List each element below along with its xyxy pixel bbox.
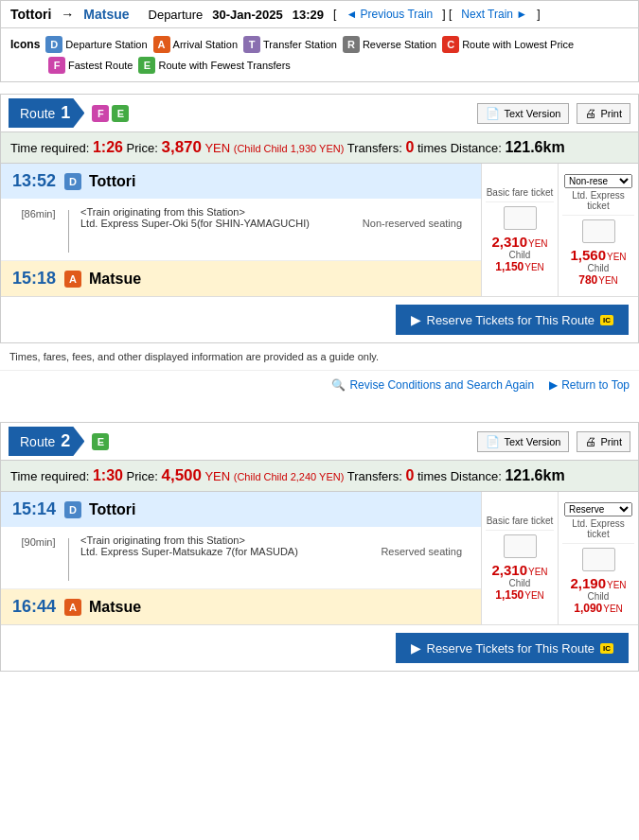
route-1-train-name: Ltd. Express Super-Oki 5(for SHIN-YAMAGU… <box>80 218 359 229</box>
route-1-info: Time required: 1:26 Price: 3,870 YEN (Ch… <box>1 131 638 164</box>
route-2-label: Route <box>20 434 55 449</box>
route-2-reserve-bar: ▶ Reserve Tickets for This Route IC <box>1 624 638 671</box>
route-1-basic-child-amount: 1,150 <box>495 260 524 273</box>
departure-date: 30-Jan-2025 <box>212 8 282 22</box>
icon-arrival: A Arrival Station <box>153 36 238 53</box>
route-1-train-details: <Train originating from this Station> Lt… <box>73 206 359 229</box>
from-city: Tottori <box>10 7 51 22</box>
route-2-title-bar: Route 2 <box>9 427 84 456</box>
route-2-text-version-btn[interactable]: 📄 Text Version <box>477 431 569 452</box>
route-1-basic-child-label: Child <box>509 250 531 260</box>
route-2-express-yen: YEN <box>607 580 627 590</box>
icons-bar: Icons D Departure Station A Arrival Stat… <box>0 28 639 82</box>
route-1-dep-station: Tottori <box>89 173 135 190</box>
departure-label: Departure <box>149 8 204 22</box>
route-1-text-version-btn[interactable]: 📄 Text Version <box>477 103 569 124</box>
route-1-basic-fare-label: Basic fare ticket <box>486 187 554 202</box>
distance-label-2: Distance: <box>451 469 502 483</box>
route-1-express-label: Ltd. Express ticket <box>562 190 634 216</box>
route-2-dep-time: 15:14 <box>12 499 64 519</box>
search-icon: 🔍 <box>331 378 346 392</box>
route-1-detail: 13:52 D Tottori [86min] <Train originati… <box>1 164 638 296</box>
route-1-dep-time: 13:52 <box>12 171 64 191</box>
revise-search-link[interactable]: 🔍 Revise Conditions and Search Again <box>331 378 534 392</box>
route-1-seating: Non-reserved seating <box>363 206 470 229</box>
badge-D: D <box>45 36 62 53</box>
route-1-time: 1:26 <box>93 139 123 155</box>
route-1-express-select[interactable]: Non-rese Reserved <box>564 174 632 188</box>
return-top-link[interactable]: ▶ Return to Top <box>549 378 630 392</box>
footer-note: Times, fares, fees, and other displayed … <box>0 343 639 370</box>
route-2-detail: 15:14 D Tottori [90min] <Train originati… <box>1 492 638 624</box>
route-1-print-btn[interactable]: 🖨 Print <box>577 103 630 124</box>
route-1-header: Route 1 F E 📄 Text Version 🖨 Print <box>1 95 638 131</box>
transfers-label-2: Transfers: <box>347 469 402 483</box>
route-2-reserve-btn[interactable]: ▶ Reserve Tickets for This Route IC <box>396 633 630 663</box>
route-1-express-fare: Non-rese Reserved Ltd. Express ticket 1,… <box>558 164 638 296</box>
route-2-basic-amount: 2,310 <box>491 562 527 578</box>
price-label: Price: <box>127 141 158 155</box>
route-1-express-child-yen: YEN <box>598 275 618 286</box>
ic-card-icon-1: IC <box>600 315 613 325</box>
route-1-basic-fare: Basic fare ticket 2,310 YEN Child 1,150 … <box>482 164 558 296</box>
route-2-express-amount-row: 2,190 YEN <box>570 575 626 591</box>
time-required-label: Time required: <box>10 141 89 155</box>
prev-train-link[interactable]: ◄ Previous Train <box>346 8 433 21</box>
route-1-child-price: (Child Child 1,930 YEN) <box>234 143 345 154</box>
page-header: Tottori → Matsue Departure 30-Jan-2025 1… <box>0 0 639 28</box>
route-1-section: Route 1 F E 📄 Text Version 🖨 Print Time … <box>0 94 639 343</box>
route-2-section: Route 2 E 📄 Text Version 🖨 Print Time re… <box>0 422 639 672</box>
icon-lowest-price: C Route with Lowest Price <box>442 36 574 53</box>
route-2-express-fare: Reserve Non-rese Ltd. Express ticket 2,1… <box>558 492 638 624</box>
route-1-reserve-bar: ▶ Reserve Tickets for This Route IC <box>1 296 638 342</box>
route-2-train-details: <Train originating from this Station> Lt… <box>73 534 377 557</box>
route-2-express-select[interactable]: Reserve Non-rese <box>564 502 632 516</box>
route-1-express-amount: 1,560 <box>570 247 606 263</box>
route-1-line-bar <box>68 210 69 253</box>
route-2-print-btn[interactable]: 🖨 Print <box>577 431 630 452</box>
ic-card-icon-2: IC <box>600 643 613 654</box>
route-2-badges: E <box>92 433 109 450</box>
route-2-actions: 📄 Text Version 🖨 Print <box>477 431 630 452</box>
route-2-info: Time required: 1:30 Price: 4,500 YEN (Ch… <box>1 460 638 492</box>
route-1-arr-time: 15:18 <box>12 269 64 289</box>
route-2-transfers: 0 <box>405 467 414 483</box>
route-1-departure-row: 13:52 D Tottori <box>1 164 481 199</box>
route-1-basic-child-row: 1,150 YEN <box>495 260 544 273</box>
route-2-arrival-row: 16:44 A Matsue <box>1 588 481 624</box>
route-1-fares: Basic fare ticket 2,310 YEN Child 1,150 … <box>481 164 638 296</box>
route-1-badge-F: F <box>92 105 109 122</box>
route-2-basic-child-amount: 1,150 <box>495 588 524 602</box>
route-1-badges: F E <box>92 105 129 122</box>
route-1-arr-station: Matsue <box>89 271 141 288</box>
route-2-train-name: Ltd. Express Super-Matsukaze 7(for MASUD… <box>80 546 377 557</box>
icon-fewest-transfers: E Route with Fewest Transfers <box>138 57 290 74</box>
route-2-line-indicator <box>68 538 69 581</box>
route-1-arr-badge: A <box>64 271 81 288</box>
route-1-ticket-icon <box>504 206 537 230</box>
badge-A: A <box>153 36 170 53</box>
route-2-basic-child-label: Child <box>509 578 531 588</box>
route-2-train-info: [90min] <Train originating from this Sta… <box>1 527 481 588</box>
route-2-child-price: (Child Child 2,240 YEN) <box>234 471 345 482</box>
price-label-2: Price: <box>127 469 158 483</box>
route-2-basic-fare: Basic fare ticket 2,310 YEN Child 1,150 … <box>482 492 558 624</box>
reserve-icon-1: ▶ <box>411 312 421 327</box>
route-2-num: 2 <box>61 431 70 451</box>
print-icon-2: 🖨 <box>585 435 596 448</box>
route-1-title-bar: Route 1 <box>9 98 84 128</box>
badge-F: F <box>48 57 65 74</box>
route-2-seating: Reserved seating <box>381 534 470 557</box>
route-1-reserve-btn[interactable]: ▶ Reserve Tickets for This Route IC <box>396 305 630 335</box>
route-2-header: Route 2 E 📄 Text Version 🖨 Print <box>1 423 638 460</box>
next-train-link[interactable]: Next Train ► <box>461 8 527 21</box>
route-2-fares: Basic fare ticket 2,310 YEN Child 1,150 … <box>481 492 638 624</box>
reserve-icon-2: ▶ <box>411 640 421 656</box>
route-2-arr-station: Matsue <box>89 599 141 616</box>
route-2-train-origin: <Train originating from this Station> <box>80 534 377 546</box>
route-2-stops: 15:14 D Tottori [90min] <Train originati… <box>1 492 481 624</box>
route-1-label: Route <box>20 106 55 121</box>
route-2-line-bar <box>68 538 69 581</box>
route-1-badge-E: E <box>112 105 129 122</box>
route-1-line-indicator <box>68 210 69 253</box>
